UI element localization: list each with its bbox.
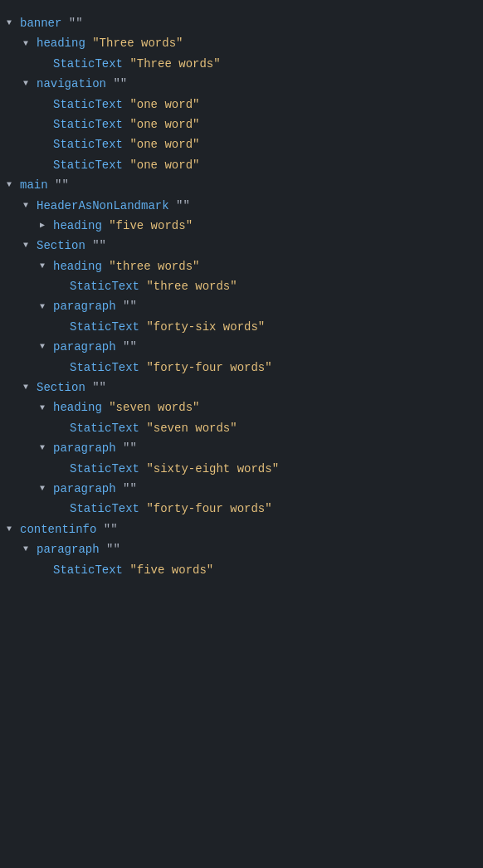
static-three-words-2-row: StaticText "three words"	[0, 276, 483, 296]
header-nonlandmark-type: HeaderAsNonLandmark	[37, 197, 169, 215]
static-46-type: StaticText	[70, 318, 139, 336]
contentinfo-type: contentinfo	[20, 520, 96, 539]
static-five-words-row: StaticText "five words"	[0, 560, 483, 580]
paragraph-44-toggle[interactable]	[40, 340, 53, 354]
heading-three-words-2-value: "three words"	[102, 257, 200, 276]
paragraph-footer-node: paragraph "" StaticText "five words"	[0, 539, 483, 580]
static-one-word-3-row: StaticText "one word"	[0, 134, 483, 154]
main-value: ""	[48, 176, 69, 194]
paragraph-68-value: ""	[116, 439, 137, 457]
section-1-toggle[interactable]	[23, 239, 37, 252]
static-one-word-4-value: "one word"	[123, 156, 199, 174]
heading-seven-words-value: "seven words"	[102, 398, 200, 417]
static-44-2-value: "forty-four words"	[139, 500, 272, 518]
header-nonlandmark-toggle[interactable]	[23, 199, 37, 212]
static-44-type: StaticText	[70, 358, 139, 377]
contentinfo-row[interactable]: contentinfo ""	[0, 519, 483, 539]
navigation-value: ""	[106, 75, 127, 93]
contentinfo-value: ""	[96, 520, 117, 539]
navigation-node: navigation "" StaticText "one word" Stat…	[0, 74, 483, 175]
navigation-row[interactable]: navigation ""	[0, 74, 483, 94]
paragraph-68-node: paragraph "" StaticText "sixty-eight wor…	[0, 438, 483, 479]
static-one-word-4-row: StaticText "one word"	[0, 155, 483, 175]
heading-five-words-toggle[interactable]	[40, 219, 53, 232]
paragraph-footer-type: paragraph	[37, 540, 100, 558]
heading-three-words-node: heading "Three words" StaticText "Three …	[0, 33, 483, 74]
paragraph-footer-value: ""	[100, 540, 120, 558]
static-seven-words-type: StaticText	[70, 419, 139, 437]
paragraph-68-type: paragraph	[53, 439, 116, 457]
static-one-word-1-value: "one word"	[123, 95, 199, 114]
paragraph-46-type: paragraph	[53, 297, 116, 315]
heading-three-words-toggle[interactable]	[23, 37, 37, 51]
header-nonlandmark-value: ""	[169, 197, 190, 215]
paragraph-44-type: paragraph	[53, 338, 116, 356]
header-nonlandmark-node: HeaderAsNonLandmark "" heading "five wor…	[0, 196, 483, 237]
static-one-word-1-row: StaticText "one word"	[0, 95, 483, 115]
paragraph-44-node: paragraph "" StaticText "forty-four word…	[0, 337, 483, 378]
section-1-type: Section	[37, 237, 85, 255]
static-68-value: "sixty-eight words"	[139, 460, 279, 478]
heading-seven-words-row[interactable]: heading "seven words"	[0, 397, 483, 417]
paragraph-44-2-type: paragraph	[53, 480, 116, 498]
paragraph-46-row[interactable]: paragraph ""	[0, 296, 483, 316]
heading-five-words-value: "five words"	[102, 217, 193, 235]
paragraph-44-2-toggle[interactable]	[40, 482, 53, 495]
header-nonlandmark-row[interactable]: HeaderAsNonLandmark ""	[0, 196, 483, 216]
main-toggle[interactable]	[7, 178, 20, 192]
static-44-2-type: StaticText	[70, 500, 139, 518]
section-2-row[interactable]: Section ""	[0, 378, 483, 397]
paragraph-44-row[interactable]: paragraph ""	[0, 337, 483, 357]
static-44-row: StaticText "forty-four words"	[0, 358, 483, 378]
static-68-type: StaticText	[70, 460, 139, 478]
static-one-word-2-type: StaticText	[53, 115, 123, 134]
heading-three-words-value: "Three words"	[85, 34, 183, 52]
heading-three-words-2-toggle[interactable]	[40, 260, 53, 273]
static-five-words-value: "five words"	[123, 561, 213, 579]
paragraph-68-toggle[interactable]	[40, 441, 53, 455]
static-three-words-value: "Three words"	[123, 55, 221, 73]
heading-five-words-type: heading	[53, 217, 102, 235]
static-one-word-2-row: StaticText "one word"	[0, 115, 483, 134]
paragraph-44-2-node: paragraph "" StaticText "forty-four word…	[0, 479, 483, 519]
heading-seven-words-toggle[interactable]	[40, 402, 53, 415]
static-one-word-3-type: StaticText	[53, 135, 123, 154]
section-1-value: ""	[85, 237, 106, 255]
main-type: main	[20, 176, 48, 194]
heading-seven-words-type: heading	[53, 398, 102, 417]
paragraph-footer-row[interactable]: paragraph ""	[0, 539, 483, 559]
static-44-2-row: StaticText "forty-four words"	[0, 499, 483, 519]
paragraph-44-2-row[interactable]: paragraph ""	[0, 479, 483, 499]
static-one-word-4-type: StaticText	[53, 156, 123, 174]
navigation-toggle[interactable]	[23, 77, 37, 90]
static-one-word-2-value: "one word"	[123, 115, 199, 134]
heading-three-words-2-type: heading	[53, 257, 102, 276]
heading-three-words-row[interactable]: heading "Three words"	[0, 33, 483, 53]
section-2-node: Section "" heading "seven words" StaticT…	[0, 378, 483, 519]
static-three-words-2-type: StaticText	[70, 277, 139, 295]
paragraph-46-toggle[interactable]	[40, 300, 53, 314]
accessibility-tree: banner "" heading "Three words" StaticTe…	[0, 7, 483, 587]
static-46-value: "forty-six words"	[139, 318, 265, 336]
paragraph-footer-toggle[interactable]	[23, 543, 37, 556]
contentinfo-toggle[interactable]	[7, 523, 20, 536]
section-2-value: ""	[85, 378, 106, 397]
paragraph-44-2-value: ""	[116, 480, 137, 498]
banner-type: banner	[20, 14, 61, 32]
section-1-node: Section "" heading "three words" StaticT…	[0, 236, 483, 378]
heading-five-words-row[interactable]: heading "five words"	[0, 216, 483, 236]
main-row[interactable]: main ""	[0, 175, 483, 195]
main-node: main "" HeaderAsNonLandmark "" heading "…	[0, 175, 483, 519]
navigation-type: navigation	[37, 75, 106, 93]
static-seven-words-row: StaticText "seven words"	[0, 418, 483, 438]
paragraph-68-row[interactable]: paragraph ""	[0, 438, 483, 458]
static-three-words-2-value: "three words"	[139, 277, 237, 295]
banner-toggle[interactable]	[7, 17, 20, 30]
static-three-words-row: StaticText "Three words"	[0, 54, 483, 74]
section-1-row[interactable]: Section ""	[0, 236, 483, 256]
heading-three-words-2-row[interactable]: heading "three words"	[0, 256, 483, 276]
heading-seven-words-node: heading "seven words" StaticText "seven …	[0, 397, 483, 438]
heading-three-words-2-node: heading "three words" StaticText "three …	[0, 256, 483, 297]
section-2-toggle[interactable]	[23, 381, 37, 394]
banner-row[interactable]: banner ""	[0, 13, 483, 33]
